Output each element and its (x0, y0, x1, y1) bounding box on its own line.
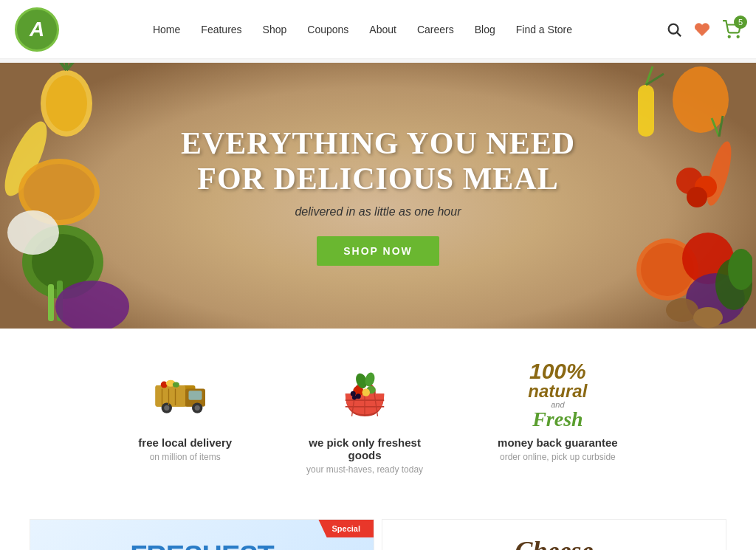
nav-features[interactable]: Features (201, 24, 241, 35)
hero-veg-right (594, 63, 752, 329)
basket-icon-area (328, 365, 402, 424)
cart-count: 5 (734, 16, 747, 29)
svg-point-18 (673, 66, 729, 133)
feature-fresh-subtitle: your must-haves, ready today (306, 464, 423, 475)
feature-natural-subtitle: order online, pick up curbside (500, 452, 616, 462)
nav-careers[interactable]: Careers (417, 24, 454, 35)
natural-word: natural (528, 382, 587, 400)
logo-letter: A (30, 18, 44, 41)
svg-point-0 (669, 24, 678, 33)
wishlist-button[interactable] (694, 21, 710, 38)
search-button[interactable] (666, 21, 682, 38)
nav-home[interactable]: Home (153, 24, 180, 35)
svg-point-43 (194, 405, 199, 410)
hero-veg-left (4, 63, 162, 329)
heart-icon (694, 21, 710, 38)
shop-now-button[interactable]: Shop Now (317, 236, 439, 266)
main-nav: Home Features Shop Coupons About Careers… (153, 24, 572, 35)
search-icon (666, 21, 682, 38)
nav-coupons[interactable]: Coupons (307, 24, 348, 35)
feature-delivery-subtitle: on million of items (150, 452, 221, 462)
hero-banner: Everything you need for delicious meal d… (0, 63, 756, 329)
svg-point-62 (352, 395, 357, 399)
right-veg-svg (594, 63, 752, 329)
svg-point-5 (46, 75, 87, 131)
promo-cheese-card[interactable]: Cheese best in town (382, 519, 726, 550)
feature-fresh: we pick only freshest goods your must-ha… (291, 365, 439, 475)
basket-icon (339, 368, 391, 423)
hero-content: Everything you need for delicious meal d… (181, 126, 575, 267)
hero-wrapper: Everything you need for delicious meal d… (0, 59, 756, 329)
svg-rect-37 (155, 385, 185, 407)
features-section: free local delivery on million of items (0, 329, 756, 504)
logo-area[interactable]: A (15, 7, 59, 52)
header-icons: 5 (666, 20, 741, 39)
svg-point-33 (693, 307, 723, 328)
delivery-icon-area (148, 365, 222, 424)
promo-freshest-card[interactable]: Special FRESHEST (30, 519, 374, 550)
logo-icon: A (15, 7, 59, 52)
freshest-title: FRESHEST (130, 540, 274, 551)
feature-natural-title: money back guarantee (498, 436, 618, 449)
svg-rect-39 (188, 391, 202, 400)
svg-line-6 (55, 63, 66, 70)
svg-point-14 (7, 210, 59, 255)
svg-line-8 (66, 63, 78, 70)
left-veg-svg (4, 63, 162, 329)
nav-blog[interactable]: Blog (475, 24, 495, 35)
hero-subtitle: delivered in as little as one hour (181, 205, 575, 219)
cheese-title: Cheese (515, 535, 594, 551)
natural-icon-area: 100% natural and Fresh (520, 365, 594, 424)
svg-line-1 (677, 32, 681, 36)
natural-fresh: Fresh (532, 409, 583, 430)
svg-point-41 (164, 405, 169, 410)
nav-shop[interactable]: Shop (263, 24, 287, 35)
nav-find-store[interactable]: Find a Store (516, 24, 572, 35)
site-header: A Home Features Shop Coupons About Caree… (0, 0, 756, 59)
svg-point-3 (738, 35, 739, 37)
feature-delivery: free local delivery on million of items (138, 365, 232, 475)
feature-delivery-title: free local delivery (138, 436, 232, 449)
feature-natural: 100% natural and Fresh money back guaran… (498, 365, 618, 475)
feature-fresh-title: we pick only freshest goods (291, 436, 439, 461)
promo-section: Special FRESHEST Cheese best in town (0, 504, 756, 550)
nav-about[interactable]: About (369, 24, 396, 35)
svg-point-57 (362, 388, 371, 396)
special-badge: Special (318, 520, 374, 537)
svg-point-27 (687, 187, 707, 207)
delivery-truck-icon (152, 371, 219, 419)
svg-point-49 (173, 382, 179, 387)
natural-badge: 100% natural and Fresh (520, 365, 594, 424)
svg-rect-19 (638, 85, 654, 137)
cart-button[interactable]: 5 (722, 20, 741, 39)
svg-rect-15 (48, 284, 54, 321)
natural-percent: 100% (529, 360, 586, 382)
hero-title: Everything you need for delicious meal (181, 126, 575, 197)
svg-point-2 (729, 35, 730, 37)
